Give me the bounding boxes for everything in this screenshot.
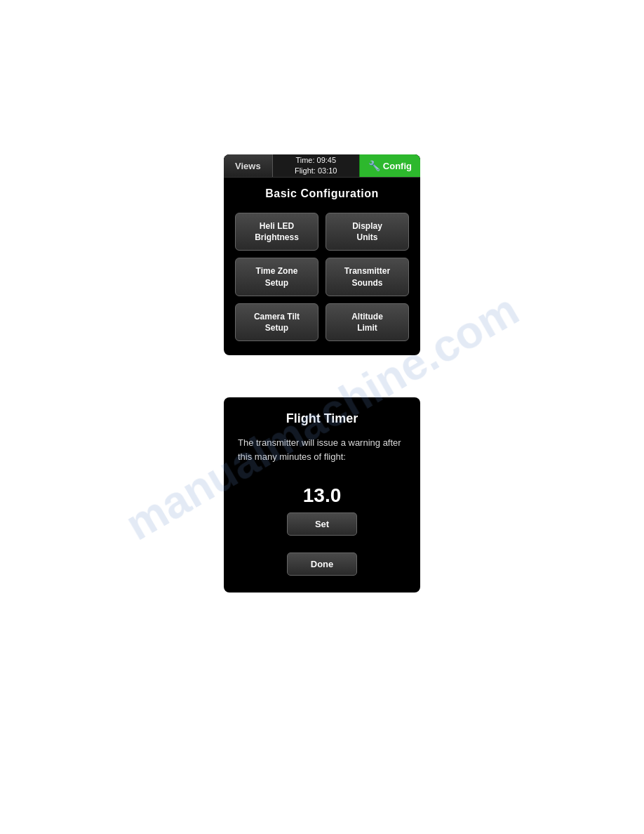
config-button-grid: Heli LEDBrightness DisplayUnits Time Zon…: [224, 207, 420, 355]
config-icon: 🔧: [368, 160, 380, 171]
flight-label: Flight: 03:10: [295, 166, 337, 176]
config-label: Config: [383, 161, 412, 171]
flight-timer-panel: Flight Timer The transmitter will issue …: [224, 397, 420, 593]
display-units-button[interactable]: DisplayUnits: [326, 213, 409, 251]
views-button[interactable]: Views: [224, 154, 273, 177]
panel1-title: Basic Configuration: [224, 178, 420, 207]
time-info: Time: 09:45 Flight: 03:10: [273, 154, 359, 177]
flight-timer-desc: The transmitter will issue a warning aft…: [224, 436, 420, 477]
time-zone-button[interactable]: Time ZoneSetup: [235, 258, 318, 296]
camera-tilt-button[interactable]: Camera TiltSetup: [235, 303, 318, 341]
heli-led-button[interactable]: Heli LEDBrightness: [235, 213, 318, 251]
header-bar: Views Time: 09:45 Flight: 03:10 🔧 Config: [224, 154, 420, 178]
set-button[interactable]: Set: [287, 512, 357, 536]
altitude-limit-button[interactable]: AltitudeLimit: [326, 303, 409, 341]
time-label: Time: 09:45: [295, 155, 336, 166]
basic-config-panel: Views Time: 09:45 Flight: 03:10 🔧 Config…: [224, 154, 420, 355]
config-button[interactable]: 🔧 Config: [359, 154, 420, 177]
flight-timer-title: Flight Timer: [224, 397, 420, 436]
done-button[interactable]: Done: [287, 552, 357, 576]
transmitter-sounds-button[interactable]: TransmitterSounds: [326, 258, 409, 296]
timer-value: 13.0: [224, 477, 420, 512]
